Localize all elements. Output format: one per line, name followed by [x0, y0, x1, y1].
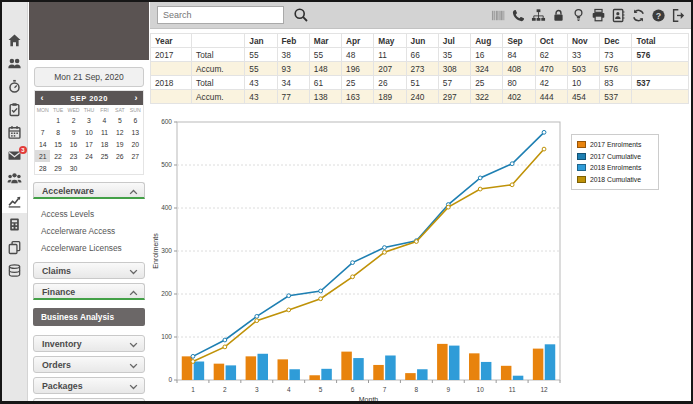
- calendar-day[interactable]: 24: [81, 150, 96, 162]
- calendar-day[interactable]: 18: [97, 138, 112, 150]
- calendar-day[interactable]: 5: [112, 114, 127, 126]
- table-cell: 77: [277, 90, 309, 104]
- calendar-prev-icon[interactable]: ‹: [35, 91, 49, 105]
- menu-section-claims[interactable]: Claims: [33, 262, 145, 279]
- enrolment-chart: 0100200300400500600123456789101112MonthE…: [150, 110, 691, 401]
- menu-item-accelerware-licenses[interactable]: Accelerware Licenses: [33, 239, 145, 256]
- calendar-empty-cell: [35, 114, 50, 126]
- bar-2018-enrolments: [194, 362, 205, 380]
- calendar-day[interactable]: 8: [50, 126, 65, 138]
- logout-icon[interactable]: [671, 8, 686, 23]
- calendar-day[interactable]: 9: [66, 126, 81, 138]
- menu-section-orders[interactable]: Orders: [33, 356, 145, 373]
- printer-icon[interactable]: [591, 8, 606, 23]
- sidebar-stopwatch-icon[interactable]: [2, 75, 27, 98]
- bar-2017-enrolments: [501, 366, 512, 380]
- calendar-day[interactable]: 6: [128, 114, 143, 126]
- calendar-day[interactable]: 14: [35, 138, 50, 150]
- calendar-day[interactable]: 12: [112, 126, 127, 138]
- enrolment-table-wrap: YearJanFebMarAprMayJunJulAugSepOctNovDec…: [150, 33, 689, 104]
- barcode-icon[interactable]: [491, 8, 506, 23]
- sidebar-calendar-icon[interactable]: [2, 121, 27, 144]
- svg-text:500: 500: [161, 161, 172, 168]
- calendar-day[interactable]: 16: [66, 138, 81, 150]
- calendar-dow-label: WED: [66, 105, 81, 114]
- table-cell: 25: [342, 76, 374, 90]
- calendar-day[interactable]: 7: [35, 126, 50, 138]
- svg-text:400: 400: [161, 204, 172, 211]
- menu-item-business-analysis[interactable]: Business Analysis: [33, 308, 145, 326]
- calendar-day[interactable]: 19: [112, 138, 127, 150]
- icon-sidebar: 3: [2, 2, 28, 401]
- calendar-day[interactable]: 15: [50, 138, 65, 150]
- current-date-button[interactable]: Mon 21 Sep, 2020: [34, 67, 144, 87]
- sidebar-copy-icon[interactable]: [2, 236, 27, 259]
- table-cell: 402: [503, 90, 535, 104]
- menu-section-products[interactable]: Products: [33, 398, 145, 404]
- calendar-day[interactable]: 3: [81, 114, 96, 126]
- calendar-day[interactable]: 1: [50, 114, 65, 126]
- table-cell: 148: [309, 62, 341, 76]
- lightbulb-icon[interactable]: [571, 8, 586, 23]
- sidebar-database-icon[interactable]: [2, 259, 27, 282]
- calendar-day[interactable]: 17: [81, 138, 96, 150]
- lock-icon[interactable]: [551, 8, 566, 23]
- calendar-day[interactable]: 27: [128, 150, 143, 162]
- bar-2017-enrolments: [405, 373, 416, 380]
- svg-text:300: 300: [161, 247, 172, 254]
- search-icon[interactable]: [293, 7, 309, 23]
- calendar-day[interactable]: 11: [97, 126, 112, 138]
- chevron-down-icon: [129, 384, 138, 390]
- menu-section-packages[interactable]: Packages: [33, 377, 145, 394]
- top-toolbar: ?: [150, 2, 691, 29]
- calendar-day[interactable]: 4: [97, 114, 112, 126]
- help-icon[interactable]: ?: [651, 8, 666, 23]
- calendar-title: SEP 2020: [49, 94, 129, 103]
- sidebar-mail-icon[interactable]: 3: [2, 144, 27, 167]
- sidebar-calculator-icon[interactable]: [2, 213, 27, 236]
- table-cell: 38: [277, 48, 309, 62]
- table-cell: 2018: [151, 76, 192, 90]
- table-cell: 10: [567, 76, 599, 90]
- svg-text:600: 600: [161, 118, 172, 125]
- table-row: Accum.4377138163189240297322402444454537: [151, 90, 689, 104]
- calendar-day[interactable]: 2: [66, 114, 81, 126]
- svg-text:4: 4: [287, 386, 291, 393]
- menu-item-access-levels[interactable]: Access Levels: [33, 205, 145, 222]
- table-cell: Total: [191, 48, 244, 62]
- search-input[interactable]: [157, 6, 284, 24]
- table-cell: 55: [245, 62, 277, 76]
- calendar-day[interactable]: 25: [97, 150, 112, 162]
- menu-section-accelerware[interactable]: Accelerware: [33, 182, 145, 199]
- refresh-icon[interactable]: [631, 8, 646, 23]
- phone-icon[interactable]: [511, 8, 526, 23]
- calendar-day[interactable]: 21: [35, 150, 50, 162]
- sidebar-clipboard-icon[interactable]: [2, 98, 27, 121]
- calendar-day[interactable]: 13: [128, 126, 143, 138]
- calendar-day[interactable]: 23: [66, 150, 81, 162]
- calendar-day[interactable]: 26: [112, 150, 127, 162]
- menu-section-label: Claims: [42, 266, 71, 276]
- sitemap-icon[interactable]: [531, 8, 546, 23]
- calendar-day[interactable]: 28: [35, 162, 50, 174]
- calendar-dow-label: SAT: [112, 105, 127, 114]
- table-header-cell: Jan: [245, 34, 277, 48]
- sidebar-group-icon[interactable]: [2, 167, 27, 190]
- bar-2018-enrolments: [417, 369, 428, 380]
- menu-section-inventory[interactable]: Inventory: [33, 335, 145, 352]
- calendar-next-icon[interactable]: ›: [129, 91, 143, 105]
- sidebar-chart-icon[interactable]: [2, 190, 27, 213]
- calendar-day[interactable]: 22: [50, 150, 65, 162]
- address-book-icon[interactable]: [611, 8, 626, 23]
- calendar-day[interactable]: 30: [66, 162, 81, 174]
- table-header-cell: Apr: [342, 34, 374, 48]
- sidebar-home-icon[interactable]: [2, 29, 27, 52]
- menu-section-finance[interactable]: Finance: [33, 283, 145, 300]
- calendar-day[interactable]: 10: [81, 126, 96, 138]
- table-cell: 273: [406, 62, 438, 76]
- menu-item-accelerware-access[interactable]: Accelerware Access: [33, 222, 145, 239]
- sidebar-users-icon[interactable]: [2, 52, 27, 75]
- calendar-day[interactable]: 29: [50, 162, 65, 174]
- calendar-day[interactable]: 20: [128, 138, 143, 150]
- table-cell: 324: [471, 62, 503, 76]
